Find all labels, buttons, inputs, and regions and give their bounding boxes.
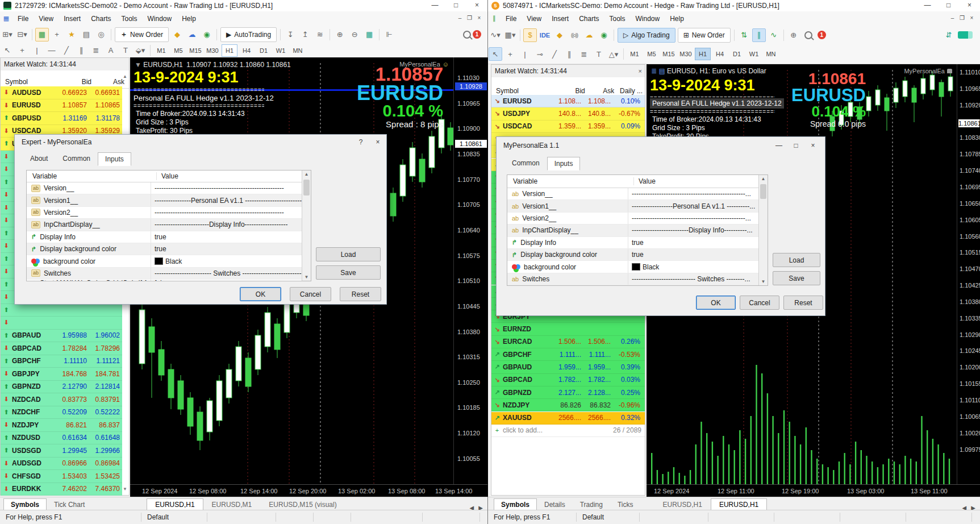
minimize-icon[interactable]: — — [917, 0, 938, 11]
menu-insert[interactable]: Insert — [59, 15, 86, 23]
ok-button[interactable]: OK — [240, 287, 281, 301]
mdi-close-icon[interactable]: × — [474, 14, 484, 23]
strategy-tester-icon[interactable]: ◎ — [94, 28, 108, 41]
market-watch-row[interactable]: ⬆GBPCHF1.111101.11121 — [1, 355, 122, 368]
channel-icon[interactable]: ∥ — [562, 47, 576, 61]
market-watch-row[interactable]: ⬆GBPNZD2.127902.12814 — [1, 381, 122, 394]
market-watch-row[interactable]: ↘EURCAD1.506...1.506...0.26% — [491, 336, 645, 348]
column-daily[interactable]: Daily ... — [614, 87, 645, 95]
market-watch-row[interactable]: ↘EURNZD — [491, 323, 645, 335]
ide-button[interactable]: IDE — [538, 28, 552, 42]
input-row[interactable]: abVersion1__------------------Personal E… — [507, 200, 768, 212]
ok-button[interactable]: OK — [696, 296, 736, 310]
market-watch-row[interactable]: ⬇NZDCAD0.837730.83791 — [1, 393, 122, 406]
mdi-close-icon[interactable]: × — [967, 14, 977, 23]
timeframe-h1[interactable]: H1 — [695, 48, 711, 60]
chart-tab[interactable]: EURUSD,H1 — [711, 498, 767, 511]
menu-tools[interactable]: Tools — [116, 15, 143, 23]
data-window-icon[interactable]: + — [50, 28, 64, 41]
one-click-icon[interactable]: ≣ — [651, 67, 658, 75]
mt5-chart-icon[interactable]: ∥ — [489, 12, 500, 26]
input-row[interactable]: ↱Display Infotrue — [27, 231, 311, 243]
table-scrollbar[interactable]: ▲ ▼ — [758, 175, 768, 285]
profiles-icon[interactable]: ⊟▾ — [15, 28, 29, 41]
vertical-line-icon[interactable]: | — [518, 47, 532, 61]
market-watch-row[interactable]: ⬇AUDSGD0.869660.86984 — [1, 458, 122, 471]
menu-window[interactable]: Window — [143, 15, 177, 23]
fibonacci-icon[interactable]: ≣ — [89, 44, 103, 57]
market-watch-row[interactable]: ⬆NZDUSD0.616340.61648 — [1, 432, 122, 445]
mdi-restore-icon[interactable]: ❐ — [957, 14, 967, 23]
maximize-icon[interactable]: □ — [445, 0, 466, 11]
timeframe-mn[interactable]: MN — [290, 44, 306, 57]
market-watch-row[interactable]: ⬆ — [1, 304, 122, 317]
mw-tab-details[interactable]: Details — [537, 498, 573, 511]
input-row[interactable]: abVersion__-----------------------------… — [507, 188, 768, 200]
mw-tab-ticks[interactable]: Ticks — [610, 498, 641, 511]
signals-icon[interactable]: ((o)) — [568, 28, 581, 42]
new-order-button[interactable]: ⊞ New Order — [678, 28, 731, 43]
timeframe-d1[interactable]: D1 — [256, 44, 272, 57]
add-symbol-row[interactable]: +click to add...26 / 2089 — [491, 425, 645, 437]
market-watch-row[interactable]: ⬇GBPJPY184.768184.781 — [1, 368, 122, 381]
market-watch-row[interactable]: ⬇EURUSD1.108571.10865 — [1, 99, 122, 113]
timeframe-m1[interactable]: M1 — [153, 44, 169, 57]
market-watch-row[interactable]: ↗GBPNZD2.127...2.128...0.25% — [491, 386, 645, 399]
trendline-icon[interactable]: ╱ — [548, 47, 561, 61]
timeframe-mn[interactable]: MN — [763, 48, 779, 60]
dialog-tab-about[interactable]: About — [23, 152, 55, 165]
timeframe-h4[interactable]: H4 — [712, 48, 728, 60]
mdi-restore-icon[interactable]: ❐ — [465, 14, 474, 23]
mw-tab-symbols[interactable]: Symbols — [494, 498, 537, 511]
column-bid[interactable]: Bid — [554, 87, 585, 95]
input-row[interactable]: background colorBlack — [507, 261, 768, 273]
market-watch-row[interactable]: ↘USDCAD1.359...1.359...0.09% — [491, 120, 645, 133]
tile-windows-icon[interactable]: ▦ — [362, 28, 376, 41]
scroll-down-icon[interactable]: ▼ — [123, 486, 127, 492]
shapes-icon[interactable]: △▾ — [607, 47, 620, 61]
table-scrollbar[interactable]: ▲ ▼ — [302, 170, 311, 281]
market-watch-toggle-icon[interactable]: ▦ — [35, 28, 49, 41]
chart-tab[interactable]: EURUSD,M1 — [203, 498, 261, 511]
depth-icon[interactable]: ▤ — [658, 67, 667, 75]
crosshair-icon[interactable]: + — [15, 44, 29, 57]
input-row[interactable]: abSwitches---------------------------- S… — [507, 273, 768, 285]
timeframe-m30[interactable]: M30 — [678, 48, 694, 60]
column-symbol[interactable]: Symbol — [1, 78, 57, 86]
text-icon[interactable]: A — [104, 44, 118, 57]
zoom-in-icon[interactable]: ⊕ — [333, 28, 347, 41]
minimize-icon[interactable]: — — [424, 0, 445, 11]
column-ask[interactable]: Ask — [585, 87, 615, 95]
close-icon[interactable]: × — [369, 136, 386, 148]
candles-style-icon[interactable]: ∥ — [752, 28, 766, 42]
input-row[interactable]: ↱Start MANUAL Order Grid (Only if Afalse — [507, 285, 768, 286]
market-watch-row[interactable]: ⬇CHFSGD1.534031.53425 — [1, 470, 122, 483]
input-row[interactable]: background colorBlack — [27, 255, 311, 267]
terminal-icon[interactable]: ▤ — [80, 28, 93, 41]
status-profile[interactable]: Default — [141, 513, 207, 522]
timeframe-m1[interactable]: M1 — [627, 48, 643, 60]
input-row[interactable]: abInpChartDisplay__---------------------… — [507, 224, 768, 236]
column-ask[interactable]: Ask — [91, 78, 124, 86]
arrows-icon[interactable]: ⬙▾ — [134, 44, 147, 57]
menu-help[interactable]: Help — [665, 15, 689, 23]
input-row[interactable]: ↱Display Infotrue — [507, 237, 768, 249]
minimize-icon[interactable]: — — [770, 139, 787, 152]
cursor-icon[interactable]: ↖ — [1, 44, 14, 57]
chart-type-icon[interactable]: ∿▾ — [489, 28, 502, 42]
zigzag-icon[interactable]: ≋ — [313, 28, 327, 41]
horizontal-line-icon[interactable]: ⊸ — [533, 47, 547, 61]
zoom-out-icon[interactable]: ⊖ — [348, 28, 361, 41]
input-row[interactable]: ↱Display background colortrue — [27, 243, 311, 255]
menu-view[interactable]: View — [522, 15, 547, 23]
chart-window-icon[interactable]: ▦ — [1, 12, 12, 26]
timeframe-w1[interactable]: W1 — [273, 44, 289, 57]
dialog-tab-common[interactable]: Common — [504, 156, 547, 170]
input-row[interactable]: ↱Display background colortrue — [507, 249, 768, 261]
market-watch-row[interactable]: ⬆USDSGD1.299451.29966 — [1, 444, 122, 458]
new-chart-icon[interactable]: ⊞▾ — [1, 28, 14, 41]
mw-tab-symbols[interactable]: Symbols — [3, 498, 47, 511]
cloud-icon[interactable]: ☁ — [582, 28, 596, 42]
mdi-minimize-icon[interactable]: ‒ — [948, 14, 957, 23]
timeframe-m15[interactable]: M15 — [661, 48, 677, 60]
